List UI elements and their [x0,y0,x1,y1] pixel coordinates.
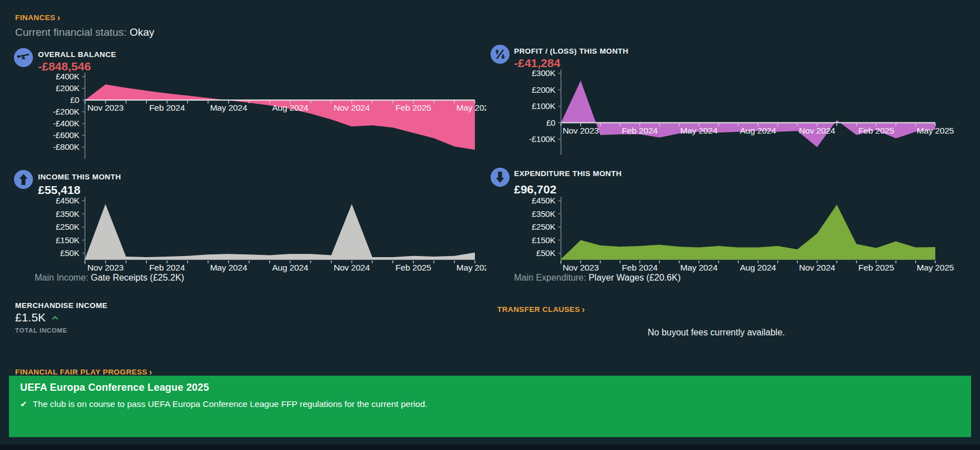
svg-text:£400K: £400K [56,72,80,81]
chevron-right-icon: › [57,12,60,22]
profit-loss-chart: £300K£200K£100K£0-£100KNov 2023Feb 2024M… [520,67,967,167]
finances-link[interactable]: FINANCES› [15,12,60,22]
svg-text:£150K: £150K [532,235,556,245]
svg-text:Nov 2024: Nov 2024 [799,126,835,135]
svg-text:Aug 2024: Aug 2024 [740,263,776,272]
svg-text:May 2025: May 2025 [456,103,486,112]
arrow-down-icon [491,168,510,187]
svg-text:May 2025: May 2025 [917,126,954,135]
svg-text:Feb 2025: Feb 2025 [858,263,894,272]
ffp-panel: UEFA Europa Conference League 2025 ✔The … [9,376,971,437]
svg-text:Nov 2023: Nov 2023 [563,126,599,135]
svg-text:Nov 2024: Nov 2024 [334,103,370,112]
balance-scale-icon [14,48,33,67]
svg-text:Aug 2024: Aug 2024 [740,126,776,135]
ffp-competition-title: UEFA Europa Conference League 2025 [20,382,209,394]
svg-text:May 2025: May 2025 [456,263,486,272]
svg-text:£50K: £50K [536,248,555,258]
merchandise-income-row: £1.5K [15,311,59,324]
overall-balance-label: OVERALL BALANCE [38,50,116,59]
merchandise-income-label: MERCHANDISE INCOME [15,301,107,310]
svg-text:£200K: £200K [532,85,556,94]
profit-loss-stat [491,45,510,64]
svg-text:£200K: £200K [56,83,80,93]
financial-status-label: Current financial status: [15,26,127,38]
transfer-clauses-label: TRANSFER CLAUSES [497,305,580,314]
svg-text:Aug 2024: Aug 2024 [272,263,308,272]
svg-text:Aug 2024: Aug 2024 [272,103,308,112]
expenditure-label: EXPENDITURE THIS MONTH [514,169,622,178]
expenditure-stat [491,168,510,187]
main-expenditure-label: Main Expenditure: [514,273,586,282]
svg-text:-£800K: -£800K [53,142,79,151]
merchandise-income-value: £1.5K [15,311,46,324]
svg-text:Feb 2025: Feb 2025 [396,103,431,112]
finances-link-label: FINANCES [15,13,55,22]
svg-text:Feb 2025: Feb 2025 [858,126,894,135]
finances-page: FINANCES› Current financial status: Okay… [0,0,980,450]
svg-text:£100K: £100K [532,101,556,111]
percent-trend-icon [491,45,510,64]
main-income-value: Gate Receipts (£25.2K) [91,273,184,282]
svg-text:May 2024: May 2024 [681,126,718,135]
transfer-clauses-link[interactable]: TRANSFER CLAUSES› [497,304,585,314]
svg-text:Nov 2023: Nov 2023 [563,263,599,272]
svg-text:Nov 2023: Nov 2023 [87,263,123,272]
svg-text:-£600K: -£600K [53,130,79,140]
ffp-link-label: FINANCIAL FAIR PLAY PROGRESS [15,368,148,376]
svg-text:-£400K: -£400K [53,119,79,128]
ffp-status-message: ✔The club is on course to pass UEFA Euro… [20,399,427,409]
main-expenditure-line: Main Expenditure: Player Wages (£20.6K) [514,273,681,283]
svg-text:£150K: £150K [56,235,80,245]
caret-up-icon [51,312,59,323]
financial-status-line: Current financial status: Okay [15,26,154,39]
income-stat [14,170,33,189]
svg-text:May 2024: May 2024 [210,103,248,112]
svg-text:May 2024: May 2024 [681,263,718,272]
svg-text:Nov 2023: Nov 2023 [87,103,123,112]
svg-text:Feb 2024: Feb 2024 [622,126,658,135]
main-income-label: Main Income: [35,273,88,282]
chevron-right-icon: › [582,304,585,314]
svg-text:-£200K: -£200K [53,107,79,116]
svg-text:Feb 2024: Feb 2024 [622,263,658,272]
svg-text:Nov 2024: Nov 2024 [799,263,835,272]
overall-balance-chart: £400K£200K£0-£200K-£400K-£600K-£800KNov … [34,70,486,170]
svg-text:Nov 2024: Nov 2024 [334,263,370,272]
income-label: INCOME THIS MONTH [38,173,121,181]
svg-text:£350K: £350K [56,209,80,219]
main-income-line: Main Income: Gate Receipts (£25.2K) [35,273,184,283]
svg-text:£250K: £250K [56,222,80,231]
main-expenditure-value: Player Wages (£20.6K) [588,273,681,282]
svg-text:£450K: £450K [56,196,80,205]
svg-text:Feb 2025: Feb 2025 [396,263,431,272]
svg-text:May 2025: May 2025 [917,263,954,272]
ffp-status-text: The club is on course to pass UEFA Europ… [33,399,427,409]
svg-text:£300K: £300K [532,68,556,78]
svg-text:£50K: £50K [60,248,79,258]
svg-text:May 2024: May 2024 [210,263,248,272]
arrow-up-icon [14,170,33,189]
svg-text:£0: £0 [546,118,555,127]
svg-text:Feb 2024: Feb 2024 [149,263,185,272]
check-icon: ✔ [20,399,27,409]
svg-text:Feb 2024: Feb 2024 [149,103,185,112]
total-income-label: TOTAL INCOME [15,327,67,334]
transfer-clauses-empty-message: No buyout fees currently available. [605,328,828,338]
bottom-edge [0,444,980,450]
svg-text:£350K: £350K [532,209,556,219]
svg-text:£0: £0 [70,95,79,105]
financial-status-value: Okay [130,26,154,38]
profit-loss-label: PROFIT / (LOSS) THIS MONTH [514,47,629,55]
svg-text:£450K: £450K [532,196,556,205]
income-chart: £450K£350K£250K£150K£50KNov 2023Feb 2024… [34,193,486,280]
svg-text:-£100K: -£100K [529,134,555,144]
expenditure-chart: £450K£350K£250K£150K£50KNov 2023Feb 2024… [520,190,967,277]
overall-balance-stat [14,48,33,67]
svg-text:£250K: £250K [532,222,556,231]
